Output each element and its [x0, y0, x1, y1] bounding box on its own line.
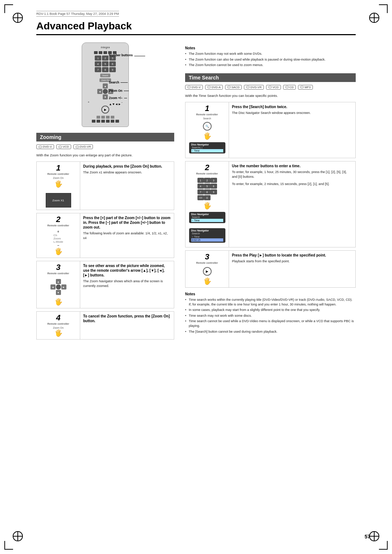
label-zoom-pm: Zoom +/– — [109, 96, 127, 100]
ts-hand-3: 🖐 — [203, 277, 211, 285]
ts-num-6: 6 — [211, 184, 217, 189]
play-btn-mini-3 — [203, 267, 212, 276]
ts-num-10: •10 — [197, 195, 204, 200]
zoom-plus: + — [88, 101, 89, 103]
zoom-step-1: 1 Remote controller Zoom On 🖐 Zoom X1 Du… — [36, 161, 174, 210]
step3-arrow-right: ► — [61, 284, 66, 290]
zoom-step-2-body: The following levels of zoom are availab… — [83, 231, 171, 240]
rc-btn — [94, 51, 98, 54]
num-btn-5: 5 — [102, 61, 109, 66]
arrow-left: ◄ — [97, 89, 102, 94]
compat-ts-cd: CD — [283, 85, 296, 90]
ts-num-3: 3 — [211, 178, 217, 183]
label-number-buttons: Number buttons — [109, 53, 145, 57]
num-btn-4: 4 — [95, 61, 101, 66]
zoom-step-3-left: 3 Remote controller ▲ ◄ ► ▼ 🖐 — [37, 261, 80, 308]
ts-step-1-sublabel: Search — [203, 117, 211, 120]
ts-num-2: 2 — [204, 178, 211, 183]
file-header: RDV-1.1 Book Page 57 Thursday, May 27, 2… — [36, 11, 119, 17]
ts-note-5: The [Search] button cannot be used durin… — [185, 329, 356, 334]
hand-icon-4: 🖐 — [54, 329, 62, 337]
arrow-up: ▲ — [103, 83, 108, 89]
ts-step-2-body2: To enter, for example, 2 minutes, 15 sec… — [232, 182, 352, 186]
svg-point-5 — [227, 86, 230, 88]
ts-step-2-title: Use the number buttons to enter a time. — [232, 164, 352, 168]
zoom-step-3-title: To see other areas of the picture while … — [83, 263, 171, 278]
svg-point-1 — [58, 146, 62, 148]
zoom-step-3-right: To see other areas of the picture while … — [80, 261, 174, 308]
num-btn-7: 7 — [95, 67, 101, 72]
ts-step-1-right: Press the [Search] button twice. The Dis… — [229, 102, 355, 158]
rc-btn-extra — [111, 116, 114, 119]
time-search-section-header: Time Search — [185, 73, 356, 82]
search-btn-area: Search — [100, 74, 110, 77]
compat-ts-mp3: MP3 — [298, 85, 313, 90]
ts-step-3-number: 3 — [205, 253, 209, 261]
search-btn-mini: 🔍 — [203, 122, 212, 131]
page-number: 57 — [364, 534, 370, 539]
compat-ts-dvdvr: DVD-VR — [244, 85, 264, 90]
label-arrows: ▲▼◄► — [109, 102, 121, 106]
ts-hand-2: 🖐 — [203, 202, 211, 210]
compat-ts-dvda: DVD-A — [205, 85, 223, 90]
disc-nav-2a: Disc Navigator Search ○ Time — [189, 212, 225, 223]
ts-step-2-number: 2 — [205, 164, 209, 172]
compat-dvdv: DVD-V — [36, 144, 54, 149]
disc-nav-2a-time: ○ Time — [191, 219, 223, 222]
zoom-step-4: 4 Remote controller Zoom On 🖐 To cancel … — [36, 311, 174, 340]
zoom-step-2-number: 2 — [56, 216, 60, 223]
rc-btn — [103, 51, 107, 54]
svg-point-6 — [246, 86, 250, 88]
svg-point-7 — [268, 86, 271, 88]
ts-num-4: 4 — [197, 184, 204, 189]
disc-nav-2a-title: Disc Navigator — [191, 213, 223, 216]
remote-illustration: Integra 1 — [36, 42, 174, 127]
ts-step-3-right: Press the Play [►] button to locate the … — [229, 251, 355, 287]
rc-btn-extra — [97, 116, 100, 119]
ts-num-1: 1 — [197, 178, 204, 183]
zoom-step-4-label: Remote controller — [48, 323, 69, 325]
zoom-step-4-number: 4 — [56, 314, 60, 322]
plus-sign: + — [57, 230, 60, 234]
arrow-down: ▼ — [103, 94, 108, 99]
zooming-section-header: Zooming — [36, 133, 174, 141]
ts-step-1: 1 Remote controller Search 🔍 🖐 Disc Navi… — [185, 102, 356, 158]
label-search: Search — [109, 81, 128, 84]
ts-step-3-body: Playback starts from the specified point… — [232, 259, 352, 264]
ts-step-2-left: 2 Remote controller 1 2 3 4 5 6 7 8 9 •1… — [185, 161, 229, 247]
zoom-step-2-label: Remote controller — [48, 224, 69, 227]
ts-step-1-title: Press the [Search] button twice. — [232, 104, 352, 109]
ts-num-7: 7 — [197, 189, 204, 194]
zoom-step-3-label: Remote controller — [48, 272, 69, 275]
zoom-step-2-title: Press the [+] part of the Zoom [+/–] but… — [83, 216, 171, 230]
disc-nav-1: Disc Navigator Search( ) ○ Time — [189, 142, 225, 153]
step3-arrow-left: ◄ — [50, 284, 56, 290]
zoom-step-3-body: The Zoom Navigator shows which area of t… — [83, 279, 171, 288]
zooming-description: With the Zoom function you can enlarge a… — [36, 153, 174, 158]
compat-ts-dvdv: DVD-V — [185, 85, 203, 90]
num-btn-8: 8 — [102, 67, 109, 72]
svg-point-8 — [285, 86, 289, 88]
play-btn: ▶ — [101, 106, 109, 114]
disc-nav-1-item0: Search( ) — [191, 146, 223, 149]
time-search-compat-icons: DVD-V DVD-A SACD DVD-VR VCD — [185, 85, 356, 90]
ch-label: ChZoomL.Mode — [53, 234, 63, 243]
zoom-step-4-sublabel: Zoom On — [53, 327, 64, 329]
arrow-cross-step3: ▲ ◄ ► ▼ — [50, 279, 66, 295]
num-btn-2: 2 — [102, 56, 109, 61]
rc-btn-extra — [101, 116, 105, 119]
right-column: Notes The Zoom function may not work wit… — [185, 42, 356, 342]
svg-point-0 — [39, 146, 42, 148]
rc-btn-extra2 — [97, 120, 100, 123]
zoom-step-2: 2 Remote controller + ChZoomL.Mode – 🖐 P… — [36, 213, 174, 258]
ts-num-9: 9 — [211, 189, 217, 194]
ts-note-4: Time search cannot be used while a DVD-V… — [185, 319, 356, 328]
ts-step-1-number: 1 — [205, 104, 209, 112]
ts-step-2-right: Use the number buttons to enter a time. … — [229, 161, 355, 247]
disc-nav-2b-time: ○ Time — [191, 235, 223, 238]
zoom-step-3-number: 3 — [56, 263, 60, 271]
rc-btn-extra2 — [111, 120, 114, 123]
step3-arrow-enter — [56, 284, 61, 290]
left-column: Integra 1 — [36, 42, 174, 342]
ts-num-0: 0 — [204, 195, 211, 200]
